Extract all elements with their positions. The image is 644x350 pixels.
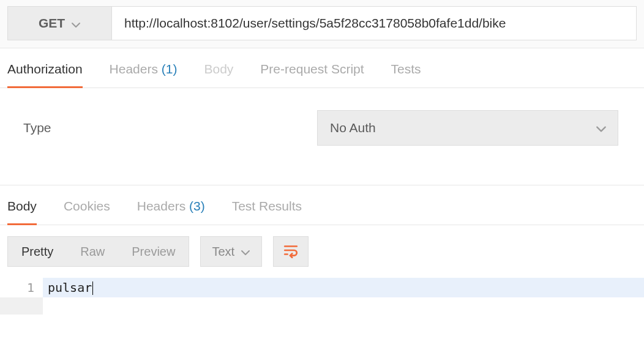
response-body-toolbar: Pretty Raw Preview Text: [0, 225, 644, 278]
chevron-down-icon: [241, 247, 250, 256]
response-tab-headers[interactable]: Headers (3): [137, 199, 205, 225]
request-tabs: Authorization Headers (1) Body Pre-reque…: [0, 48, 644, 88]
tab-body[interactable]: Body: [204, 62, 233, 88]
response-body-editor[interactable]: 1 pulsar: [0, 278, 644, 297]
response-body-text: pulsar: [48, 280, 92, 295]
response-format-label: Text: [212, 245, 234, 259]
wrap-icon: [283, 242, 299, 261]
tab-headers-label: Headers: [110, 62, 158, 76]
view-preview-button[interactable]: Preview: [118, 237, 189, 266]
response-tab-testresults-label: Test Results: [232, 199, 302, 213]
response-body-line: pulsar: [43, 278, 644, 297]
auth-type-label: Type: [23, 121, 317, 135]
response-tab-cookies-label: Cookies: [64, 199, 110, 213]
request-url-input[interactable]: http://localhost:8102/user/settings/5a5f…: [111, 6, 637, 40]
response-format-dropdown[interactable]: Text: [200, 236, 262, 267]
response-tab-cookies[interactable]: Cookies: [64, 199, 110, 225]
line-number: 1: [0, 278, 43, 297]
tab-authorization[interactable]: Authorization: [7, 62, 83, 88]
response-tab-body-label: Body: [7, 199, 37, 213]
text-cursor: [92, 281, 93, 295]
chevron-down-icon: [71, 18, 81, 28]
tab-headers-count: (1): [162, 62, 178, 76]
view-raw-button[interactable]: Raw: [67, 237, 118, 266]
chevron-down-icon: [596, 123, 605, 133]
tab-body-label: Body: [204, 62, 233, 76]
request-bar: GET http://localhost:8102/user/settings/…: [0, 0, 644, 48]
tab-prerequest-label: Pre-request Script: [260, 62, 364, 76]
wrap-lines-button[interactable]: [273, 236, 309, 267]
response-tab-body[interactable]: Body: [7, 199, 37, 225]
http-method-label: GET: [39, 16, 65, 31]
request-url-text: http://localhost:8102/user/settings/5a5f…: [124, 16, 506, 31]
response-tab-testresults[interactable]: Test Results: [232, 199, 302, 225]
response-tab-headers-label: Headers: [137, 199, 185, 213]
tab-headers[interactable]: Headers (1): [110, 62, 178, 88]
tab-tests[interactable]: Tests: [391, 62, 421, 88]
view-pretty-button[interactable]: Pretty: [8, 237, 67, 266]
view-raw-label: Raw: [80, 245, 105, 259]
authorization-panel: Type No Auth: [0, 88, 644, 185]
response-tabs: Body Cookies Headers (3) Test Results: [0, 185, 644, 225]
view-preview-label: Preview: [132, 245, 175, 259]
view-pretty-label: Pretty: [21, 245, 53, 259]
http-method-dropdown[interactable]: GET: [7, 6, 111, 40]
tab-prerequest[interactable]: Pre-request Script: [260, 62, 364, 88]
tab-tests-label: Tests: [391, 62, 421, 76]
auth-type-selected: No Auth: [330, 121, 376, 135]
auth-type-select[interactable]: No Auth: [317, 110, 618, 146]
tab-authorization-label: Authorization: [7, 62, 83, 76]
gutter-spacer: [0, 297, 43, 315]
response-tab-headers-count: (3): [189, 199, 205, 213]
view-mode-group: Pretty Raw Preview: [7, 236, 189, 267]
